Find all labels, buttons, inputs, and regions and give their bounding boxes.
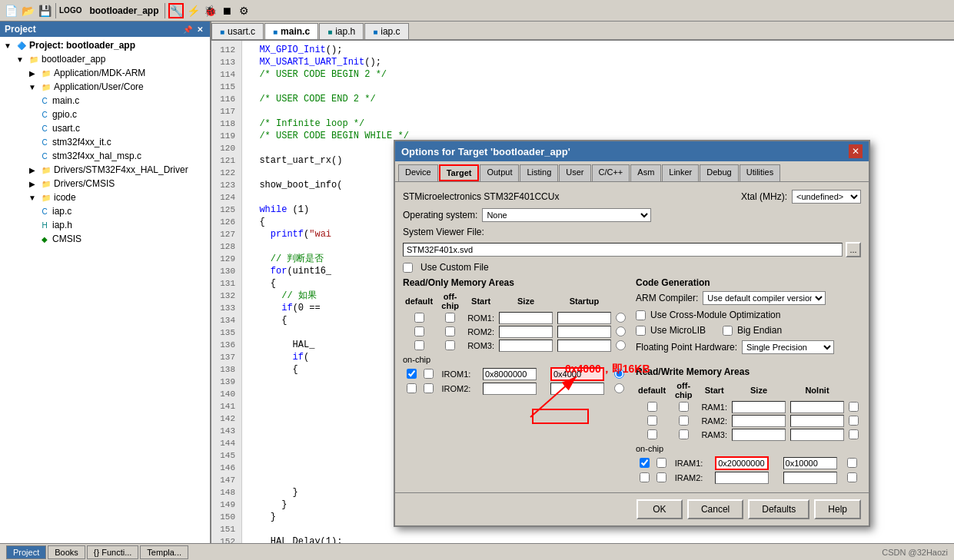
ram1-size[interactable] [788, 400, 846, 414]
irom2-default[interactable] [403, 382, 420, 396]
tab-listing[interactable]: Listing [520, 164, 558, 181]
irom2-default-cb[interactable] [407, 383, 417, 393]
rom1-offchip-cb[interactable] [445, 313, 455, 323]
rom3-startup[interactable] [613, 339, 628, 353]
tab-asm[interactable]: Asm [630, 164, 661, 181]
rom1-size-input[interactable] [557, 312, 611, 324]
open-icon[interactable]: 📂 [20, 3, 35, 18]
iram2-noinit-cb[interactable] [847, 472, 857, 482]
iram2-default[interactable] [636, 471, 653, 485]
stop-icon[interactable]: ⏹ [219, 3, 234, 18]
build-icon[interactable]: 🔧 [168, 3, 184, 18]
irom2-offchip-cb[interactable] [424, 383, 434, 393]
iram2-size[interactable] [776, 471, 843, 485]
iram1-offchip-cb[interactable] [656, 458, 666, 468]
rom3-offchip[interactable] [435, 339, 465, 353]
sidebar-item-cmsis[interactable]: ◆ CMSIS [2, 232, 208, 246]
irom2-startup[interactable] [611, 382, 628, 396]
svd-browse-button[interactable]: ... [846, 242, 861, 257]
iram1-default-cb[interactable] [640, 458, 650, 468]
rom1-startup[interactable] [613, 311, 628, 325]
sidebar-item-cmsis-driver[interactable]: ▶ 📁 Drivers/CMSIS [2, 177, 208, 191]
tab-mainc[interactable]: ■ main.c [264, 23, 318, 39]
rom2-offchip[interactable] [435, 325, 465, 339]
ram3-start[interactable] [730, 428, 788, 442]
rom1-default-cb[interactable] [414, 313, 424, 323]
irom1-start-input[interactable] [483, 368, 537, 380]
arm-compiler-select[interactable]: Use default compiler version 5 [703, 291, 826, 305]
sidebar-item-gpioc[interactable]: C gpio.c [2, 108, 208, 121]
sidebar-item-msp[interactable]: C stm32f4xx_hal_msp.c [2, 149, 208, 163]
ram3-noinit-cb[interactable] [849, 429, 859, 439]
iram2-default-cb[interactable] [640, 472, 650, 482]
sidebar-item-icode[interactable]: ▼ 📁 icode [2, 191, 208, 204]
rom3-start[interactable] [497, 339, 555, 353]
irom2-size-input[interactable] [550, 383, 604, 395]
iram1-start[interactable] [708, 456, 776, 471]
irom1-startup[interactable] [611, 366, 628, 382]
fp-hardware-select[interactable]: Single Precision [742, 340, 834, 354]
rom2-offchip-cb[interactable] [445, 326, 455, 336]
iram2-noinit[interactable] [844, 471, 861, 485]
ram1-noinit[interactable] [846, 400, 861, 414]
cancel-button[interactable]: Cancel [687, 499, 743, 519]
sidebar-item-mdk[interactable]: ▶ 📁 Application/MDK-ARM [2, 66, 208, 80]
rom1-offchip[interactable] [435, 311, 465, 325]
bottom-tab-books[interactable]: Books [48, 545, 85, 559]
iram2-start[interactable] [708, 471, 776, 485]
ram3-size[interactable] [788, 428, 846, 442]
svd-input[interactable] [403, 243, 843, 257]
ram1-size-input[interactable] [790, 401, 844, 413]
ram3-offchip[interactable] [668, 428, 699, 442]
settings-icon[interactable]: ⚙ [236, 3, 251, 18]
ok-button[interactable]: OK [637, 499, 683, 519]
iram1-start-input[interactable] [715, 456, 769, 470]
tab-cc[interactable]: C/C++ [592, 164, 630, 181]
save-icon[interactable]: 💾 [37, 3, 52, 18]
rom1-size[interactable] [555, 311, 613, 325]
sidebar-item-user-core[interactable]: ▼ 📁 Application/User/Core [2, 80, 208, 94]
iram1-noinit-cb[interactable] [847, 458, 857, 468]
ram1-default-cb[interactable] [647, 402, 657, 412]
rom3-startup-radio[interactable] [616, 340, 626, 350]
big-endian-cb[interactable] [723, 326, 733, 336]
irom1-start[interactable] [476, 366, 543, 382]
irom1-default[interactable] [403, 366, 420, 382]
ram2-default[interactable] [636, 414, 668, 428]
tab-target[interactable]: Target [439, 164, 480, 181]
irom2-start-input[interactable] [483, 383, 537, 395]
ram2-start[interactable] [730, 414, 788, 428]
sidebar-item-project[interactable]: ▼ 🔷 Project: bootloader_app [2, 38, 208, 52]
irom2-offchip[interactable] [420, 382, 437, 396]
rom2-default[interactable] [403, 325, 435, 339]
sidebar-pin-icon[interactable]: 📌 [182, 24, 193, 35]
rom3-size-input[interactable] [557, 340, 611, 352]
dialog-close-button[interactable]: ✕ [849, 144, 863, 158]
rom3-offchip-cb[interactable] [445, 340, 455, 350]
ram3-default[interactable] [636, 428, 668, 442]
iram1-size-input[interactable] [783, 457, 837, 469]
ram2-size-input[interactable] [790, 415, 844, 427]
iram1-offchip[interactable] [653, 456, 670, 471]
help-button[interactable]: Help [814, 499, 861, 519]
microlib-cb[interactable] [636, 326, 646, 336]
rom2-start-input[interactable] [499, 326, 553, 338]
rom2-size-input[interactable] [557, 326, 611, 338]
ram2-offchip[interactable] [668, 414, 699, 428]
ram3-start-input[interactable] [732, 429, 786, 441]
tab-iapc[interactable]: ■ iap.c [364, 23, 408, 39]
tab-user[interactable]: User [559, 164, 590, 181]
sidebar-item-mainc[interactable]: C main.c [2, 94, 208, 108]
sidebar-item-usartc[interactable]: C usart.c [2, 121, 208, 135]
ram2-default-cb[interactable] [647, 416, 657, 426]
iram2-start-input[interactable] [715, 472, 769, 484]
sidebar-item-hal-driver[interactable]: ▶ 📁 Drivers/STM32F4xx_HAL_Driver [2, 163, 208, 177]
tab-output[interactable]: Output [480, 164, 519, 181]
sidebar-item-iaph[interactable]: H iap.h [2, 218, 208, 232]
rom1-start[interactable] [497, 311, 555, 325]
ram3-size-input[interactable] [790, 429, 844, 441]
irom1-offchip[interactable] [420, 366, 437, 382]
ram2-start-input[interactable] [732, 415, 786, 427]
flash-icon[interactable]: ⚡ [185, 3, 201, 18]
tab-utilities[interactable]: Utilities [740, 164, 780, 181]
